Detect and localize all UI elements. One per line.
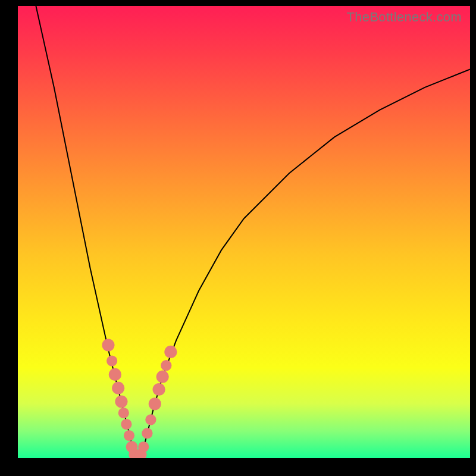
watermark-text: TheBottleneck.com [347,10,462,25]
marker-dot [138,441,149,452]
marker-dot [118,408,129,418]
marker-dot [102,339,114,351]
marker-dot [115,395,127,408]
marker-dot [164,346,177,358]
marker-dot [145,414,156,425]
marker-dot [161,360,171,371]
curve-markers [102,339,177,458]
marker-dot [153,383,165,396]
marker-dot [149,397,161,410]
marker-dot [112,382,124,394]
chart-svg [18,6,470,458]
marker-dot [107,356,117,367]
marker-dot [124,430,134,441]
marker-dot [156,371,169,383]
marker-dot [121,419,131,430]
marker-dot [142,428,152,439]
chart-area: TheBottleneck.com [18,6,470,458]
marker-dot [109,368,121,381]
curve-right [142,69,471,458]
